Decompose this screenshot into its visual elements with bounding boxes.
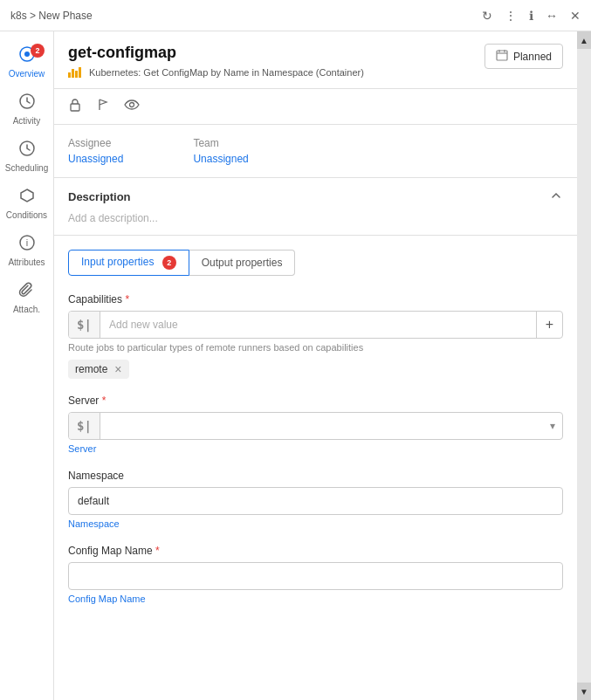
overview-badge: 2 <box>31 44 45 58</box>
tab-input-properties[interactable]: Input properties 2 <box>68 250 189 276</box>
tab-output-properties[interactable]: Output properties <box>189 250 296 276</box>
assignee-label: Assignee <box>68 137 123 149</box>
sidebar-item-attach[interactable]: Attach. <box>0 274 53 321</box>
scroll-down-button[interactable]: ▼ <box>577 683 591 700</box>
sidebar-item-attributes[interactable]: i Attributes <box>0 227 53 274</box>
tabs-header: Input properties 2 Output properties <box>68 250 563 276</box>
assignee-value[interactable]: Unassigned <box>68 153 123 165</box>
svg-point-16 <box>130 103 134 107</box>
capabilities-tag-remote: remote × <box>68 360 129 379</box>
server-select[interactable] <box>100 413 543 439</box>
namespace-field: Namespace Namespace <box>68 470 563 529</box>
sidebar-label-overview: Overview <box>9 69 45 79</box>
svg-text:i: i <box>25 237 27 248</box>
tag-label-remote: remote <box>75 363 107 375</box>
refresh-icon[interactable]: ↻ <box>482 9 492 23</box>
subtitle-text: Kubernetes: Get ConfigMap by Name in Nam… <box>89 67 364 78</box>
expand-icon[interactable]: ↔ <box>546 9 558 23</box>
description-placeholder[interactable]: Add a description... <box>68 212 563 224</box>
server-dropdown-icon: ▾ <box>543 413 562 439</box>
eye-icon[interactable] <box>124 98 140 115</box>
info-icon[interactable]: ℹ <box>529 9 533 23</box>
server-hint: Server <box>68 443 563 454</box>
sidebar-item-scheduling[interactable]: Scheduling <box>0 133 53 180</box>
attach-icon <box>18 281 36 303</box>
sidebar-label-conditions: Conditions <box>6 210 47 220</box>
content-header-left: get-configmap Kubernetes: Get ConfigMap … <box>68 44 364 79</box>
scheduling-icon <box>18 140 36 161</box>
tag-remove-remote[interactable]: × <box>114 363 121 375</box>
capabilities-add-button[interactable]: + <box>536 312 562 338</box>
menu-icon[interactable]: ⋮ <box>505 9 517 23</box>
capabilities-input[interactable] <box>100 312 536 338</box>
breadcrumb: k8s > New Phase <box>10 10 93 22</box>
capabilities-label: Capabilities * <box>68 293 563 305</box>
close-icon[interactable]: ✕ <box>570 9 581 23</box>
config-map-name-input[interactable] <box>68 562 563 590</box>
server-label: Server * <box>68 395 563 407</box>
collapse-icon[interactable] <box>549 189 563 205</box>
namespace-hint: Namespace <box>68 518 563 529</box>
scroll-up-button[interactable]: ▲ <box>577 31 591 49</box>
svg-rect-8 <box>75 71 78 78</box>
config-map-name-hint: Config Map Name <box>68 594 563 604</box>
svg-rect-7 <box>72 69 74 78</box>
config-map-name-field: Config Map Name * Config Map Name <box>68 545 563 604</box>
capabilities-dollar-icon: $| <box>69 312 100 338</box>
right-scrollbar: ▲ ▼ <box>577 31 591 700</box>
title-bar-actions: ↻ ⋮ ℹ ↔ ✕ <box>482 9 581 23</box>
assignee-field: Assignee Unassigned <box>68 137 123 165</box>
page-title: get-configmap <box>68 44 364 62</box>
namespace-label: Namespace <box>68 470 563 482</box>
team-field: Team Unassigned <box>193 137 248 165</box>
description-header: Description <box>68 189 563 205</box>
tabs-area: Input properties 2 Output properties Cap… <box>54 236 577 700</box>
content-header: get-configmap Kubernetes: Get ConfigMap … <box>54 31 577 89</box>
input-tab-badge: 2 <box>162 256 176 270</box>
activity-icon <box>18 93 36 114</box>
config-map-name-label: Config Map Name * <box>68 545 563 557</box>
svg-rect-14 <box>71 104 79 111</box>
toolbar-icons <box>54 89 577 125</box>
sidebar-label-attributes: Attributes <box>8 257 45 267</box>
planned-button[interactable]: Planned <box>484 44 563 69</box>
svg-rect-10 <box>497 51 507 60</box>
capabilities-field: Capabilities * $| + Route jobs to partic… <box>68 293 563 379</box>
server-input-wrapper: $| ▾ <box>68 412 563 440</box>
capabilities-hint: Route jobs to particular types of remote… <box>68 342 563 353</box>
description-section: Description Add a description... <box>54 178 577 236</box>
sidebar: Overview 2 Activity Scheduling <box>0 31 54 700</box>
title-bar: k8s > New Phase ↻ ⋮ ℹ ↔ ✕ <box>0 0 591 31</box>
flag-icon[interactable] <box>96 98 110 115</box>
team-value[interactable]: Unassigned <box>193 153 248 165</box>
server-dollar-icon: $| <box>69 413 100 439</box>
sidebar-label-activity: Activity <box>13 116 41 126</box>
main-content: get-configmap Kubernetes: Get ConfigMap … <box>54 31 577 700</box>
assignee-team-section: Assignee Unassigned Team Unassigned <box>54 125 577 178</box>
description-title: Description <box>68 190 131 203</box>
scrollbar-track <box>577 49 591 683</box>
k8s-bars-icon <box>68 65 84 79</box>
attributes-icon: i <box>18 234 36 256</box>
sidebar-item-conditions[interactable]: Conditions <box>0 180 53 227</box>
sidebar-label-scheduling: Scheduling <box>5 163 48 173</box>
lock-icon[interactable] <box>68 98 82 115</box>
page-subtitle: Kubernetes: Get ConfigMap by Name in Nam… <box>68 65 364 79</box>
sidebar-label-attach: Attach. <box>13 305 40 314</box>
svg-rect-9 <box>79 67 81 78</box>
svg-point-1 <box>24 51 30 57</box>
capabilities-input-wrapper: $| + <box>68 311 563 339</box>
planned-label: Planned <box>513 51 552 63</box>
content-wrapper: get-configmap Kubernetes: Get ConfigMap … <box>54 31 591 700</box>
sidebar-item-overview[interactable]: Overview 2 <box>0 38 53 86</box>
conditions-icon <box>18 187 36 209</box>
calendar-icon <box>496 49 508 64</box>
team-label: Team <box>193 137 248 149</box>
namespace-input[interactable] <box>68 487 563 515</box>
sidebar-item-activity[interactable]: Activity <box>0 86 53 133</box>
server-field: Server * $| ▾ Server <box>68 395 563 454</box>
svg-rect-6 <box>68 72 71 78</box>
app-layout: Overview 2 Activity Scheduling <box>0 31 591 700</box>
